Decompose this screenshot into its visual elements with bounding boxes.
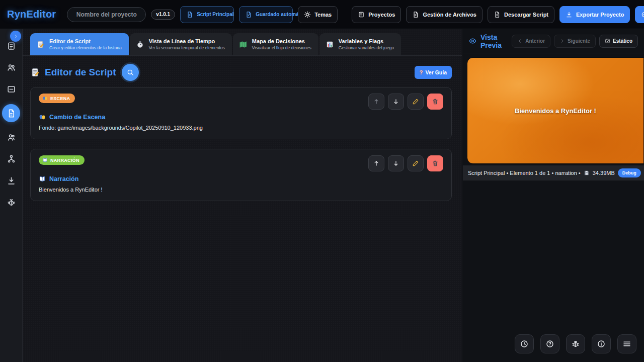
tab-linea-de-tiempo[interactable]: Vista de Línea de Tiempo Ver la secuenci… xyxy=(130,33,232,55)
floppy-disk-icon xyxy=(584,170,590,176)
delete-button[interactable] xyxy=(427,94,443,110)
themes-button[interactable]: Temas xyxy=(298,6,338,23)
open-book-icon xyxy=(42,157,48,163)
characters-icon xyxy=(7,133,16,142)
tab-mapa-de-decisiones[interactable]: Mapa de Decisiones Visualizar el flujo d… xyxy=(233,33,318,55)
tab-strip: Editor de Script Crear y editar elemento… xyxy=(23,29,462,56)
previous-button[interactable]: Anterior xyxy=(512,35,550,48)
tab-label: Vista de Línea de Tiempo xyxy=(149,38,225,45)
memory-size: 34.39MB xyxy=(593,170,615,176)
hamburger-menu-icon xyxy=(622,339,631,348)
info-button[interactable] xyxy=(592,334,611,353)
sidebar-item-scenes[interactable] xyxy=(5,82,18,96)
arrow-down-icon xyxy=(392,160,399,167)
delete-button[interactable] xyxy=(427,155,443,171)
search-icon xyxy=(126,68,134,76)
element-title-text: Cambio de Escena xyxy=(49,114,105,121)
view-guide-button[interactable]: ? Ver Guía xyxy=(415,66,452,79)
tab-label: Editor de Script xyxy=(49,38,122,45)
file-download-icon xyxy=(494,11,501,18)
bug-icon xyxy=(571,339,580,348)
help-button[interactable] xyxy=(540,334,559,353)
projects-button[interactable]: Proyectos xyxy=(352,6,401,23)
sidebar-item-script[interactable] xyxy=(2,104,20,122)
project-name-input[interactable] xyxy=(67,7,146,22)
file-management-button[interactable]: Gestión de Archivos xyxy=(406,6,482,23)
export-project-button[interactable]: Exportar Proyecto xyxy=(559,6,630,23)
memo-icon xyxy=(30,67,40,77)
info-circle-icon xyxy=(597,339,606,348)
edit-button[interactable] xyxy=(408,155,424,171)
script-principal-button[interactable]: Script Principal xyxy=(180,6,234,23)
top-header: RynEditor v1.0.1 Script Principal Guarda… xyxy=(0,0,644,29)
move-up-button[interactable] xyxy=(368,94,384,110)
chevron-right-icon xyxy=(13,34,19,39)
previous-label: Anterior xyxy=(525,38,545,44)
file-icon xyxy=(412,11,419,18)
static-mode-button[interactable]: Estático xyxy=(599,35,638,48)
next-button[interactable]: Siguiente xyxy=(554,35,596,48)
preview-canvas[interactable]: Bienvenidos a RynEditor ! xyxy=(467,57,644,164)
theater-masks-icon xyxy=(42,96,48,101)
target-icon xyxy=(641,11,644,18)
search-button[interactable] xyxy=(122,64,139,81)
left-sidebar xyxy=(0,29,23,362)
check-square-icon xyxy=(605,38,610,44)
list-lines-icon xyxy=(7,41,16,51)
card-actions xyxy=(368,94,443,110)
move-down-button[interactable] xyxy=(388,155,404,171)
main-content: Editor de Script Crear y editar elemento… xyxy=(23,29,462,362)
preview-title-text: Vista Previa xyxy=(480,33,508,49)
sidebar-item-download[interactable] xyxy=(5,174,18,187)
stopwatch-icon xyxy=(136,40,144,49)
tab-variables-y-flags[interactable]: Variables y Flags Gestionar variables de… xyxy=(319,33,401,55)
sidebar-expand-button[interactable] xyxy=(10,31,21,42)
preview-tools xyxy=(515,334,636,353)
script-principal-label: Script Principal xyxy=(197,12,228,18)
bug-icon xyxy=(7,198,16,207)
eye-icon xyxy=(469,37,476,45)
tree-icon xyxy=(7,154,16,164)
script-file-icon xyxy=(7,109,16,118)
download-tray-icon xyxy=(7,176,16,186)
autosave-label: Guardado automático xyxy=(256,12,287,18)
debug-button[interactable]: Debug xyxy=(618,168,641,177)
clock-icon xyxy=(520,339,529,348)
preview-title: Vista Previa xyxy=(469,33,508,49)
static-mode-label: Estático xyxy=(613,38,632,44)
element-type-badge: NARRACIÓN xyxy=(39,155,85,165)
sidebar-item-decision-tree[interactable] xyxy=(5,152,18,165)
element-title: Cambio de Escena xyxy=(39,114,443,121)
preview-header: Vista Previa Anterior Siguiente Estático xyxy=(463,29,644,53)
page-title: Editor de Script xyxy=(30,67,116,78)
tab-editor-de-script[interactable]: Editor de Script Crear y editar elemento… xyxy=(30,33,129,55)
element-description: Fondo: game/images/backgrounds/Copilot_2… xyxy=(39,125,443,131)
edit-button[interactable] xyxy=(408,94,424,110)
element-description: Bienvenidos a RynEditor ! xyxy=(39,187,443,193)
script-element-card-narracion: NARRACIÓN xyxy=(30,149,452,201)
preview-status-bar: Script Principal • Elemento 1 de 1 • nar… xyxy=(463,165,644,180)
download-script-button[interactable]: Descargar Script xyxy=(488,6,554,23)
sidebar-item-debug[interactable] xyxy=(5,196,18,209)
sidebar-item-characters[interactable] xyxy=(5,131,18,144)
badge-label: ESCENA xyxy=(50,96,70,101)
preview-toggle-button[interactable]: Vista Previa xyxy=(635,6,644,23)
question-circle-icon xyxy=(545,339,554,348)
move-up-button[interactable] xyxy=(368,155,384,171)
preview-dialogue-text: Bienvenidos a RynEditor ! xyxy=(515,107,596,115)
autosave-button[interactable]: Guardado automático xyxy=(239,6,293,23)
menu-button[interactable] xyxy=(617,334,636,353)
list-icon xyxy=(358,11,365,18)
sidebar-item-users[interactable] xyxy=(5,61,18,74)
move-down-button[interactable] xyxy=(388,94,404,110)
tab-subtitle: Visualizar el flujo de decisiones xyxy=(252,45,311,50)
projects-label: Proyectos xyxy=(368,12,395,18)
pencil-icon xyxy=(412,160,419,167)
debug-tools-button[interactable] xyxy=(566,334,585,353)
tab-subtitle: Crear y editar elementos de la historia xyxy=(49,45,122,50)
trash-icon xyxy=(432,98,439,105)
document-icon xyxy=(186,11,193,18)
element-type-badge: ESCENA xyxy=(39,94,75,103)
app-logo: RynEditor xyxy=(7,9,56,20)
history-button[interactable] xyxy=(515,334,534,353)
